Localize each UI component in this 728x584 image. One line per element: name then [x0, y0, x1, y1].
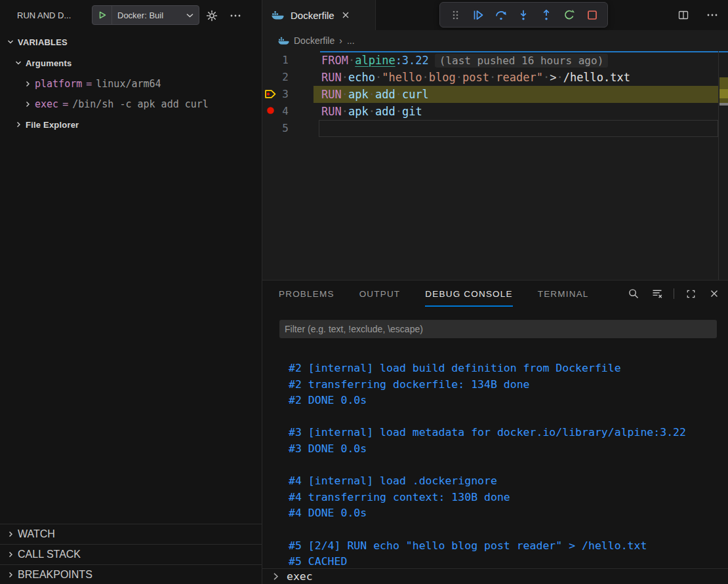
chevron-right-icon: [272, 572, 280, 581]
tab-output[interactable]: OUTPUT: [359, 281, 401, 307]
section-label: BREAKPOINTS: [18, 569, 92, 581]
section-call-stack[interactable]: CALL STACK: [0, 544, 262, 564]
vscode-window: RUN AND D... Docker: Buil: [0, 0, 728, 584]
code-token: ·: [456, 71, 462, 84]
chevron-down-icon: [185, 12, 199, 18]
clear-console-icon: [651, 288, 663, 300]
split-editor-button[interactable]: [676, 7, 691, 23]
console-filter-input[interactable]: [279, 320, 717, 338]
section-variables[interactable]: VARIABLES: [0, 33, 262, 51]
docker-whale-icon: [272, 10, 284, 20]
docker-whale-icon: [278, 37, 289, 45]
code-line: RUN·apk·add·git: [321, 103, 422, 120]
console-line: #4 DONE 0.0s: [289, 505, 721, 522]
variable-exec[interactable]: exec = /bin/sh -c apk add curl: [0, 95, 262, 113]
console-line: #5 [2/4] RUN echo "hello blog post reade…: [289, 538, 721, 555]
console-line: [289, 457, 721, 474]
debug-repl-input[interactable]: exec: [262, 568, 728, 584]
console-line: #3 [internal] load metadata for docker.i…: [289, 425, 721, 441]
close-icon: [709, 288, 719, 299]
stop-button[interactable]: [584, 7, 601, 24]
code-token: apk: [348, 105, 369, 118]
code-token: git: [402, 105, 422, 118]
code-token: ·: [395, 88, 402, 101]
code-row-2: 2 RUN·echo·"hello·blog·post·reader"·>·/h…: [262, 69, 728, 86]
step-over-button[interactable]: [493, 7, 510, 24]
code-editor[interactable]: 1 FROM·alpine:3.22(last pushed 16 hours …: [262, 51, 728, 280]
tab-close-button[interactable]: [341, 10, 350, 20]
console-line: #4 [internal] load .dockerignore: [289, 473, 721, 490]
console-line: [289, 522, 721, 538]
debug-toolbar: [439, 2, 608, 28]
code-token: >: [550, 71, 556, 84]
continue-button[interactable]: [470, 7, 487, 24]
maximize-panel-button[interactable]: [683, 286, 698, 301]
stop-icon: [586, 9, 599, 22]
step-into-button[interactable]: [515, 7, 532, 24]
variable-platform[interactable]: platform = linux/arm64: [0, 75, 262, 93]
line-number[interactable]: 4: [266, 103, 289, 120]
gear-icon: [206, 10, 218, 22]
variable-value: /bin/sh -c apk add curl: [72, 98, 209, 110]
code-token: ·: [369, 105, 375, 118]
console-line: #3 DONE 0.0s: [289, 441, 721, 457]
breadcrumb-item-file[interactable]: Dockerfile: [294, 35, 334, 46]
code-token: ·: [342, 71, 348, 84]
clear-console-button[interactable]: [650, 286, 664, 301]
maximize-panel-icon: [685, 288, 697, 300]
code-row-5: 5: [262, 120, 728, 137]
line-number[interactable]: 3: [266, 86, 289, 103]
panel-tab-bar: PROBLEMS OUTPUT DEBUG CONSOLE TERMINAL: [279, 281, 589, 307]
line-number[interactable]: 2: [266, 69, 289, 86]
start-debugging-button[interactable]: [92, 6, 112, 24]
breadcrumb-separator: ›: [339, 35, 342, 46]
restart-button[interactable]: [561, 7, 578, 24]
debug-config-dropdown[interactable]: Docker: Buil: [92, 5, 199, 25]
run-and-debug-header: RUN AND D... Docker: Buil: [0, 0, 262, 30]
line-number[interactable]: 1: [266, 52, 289, 69]
code-row-4: 4 RUN·apk·add·git: [262, 103, 728, 120]
debug-config-label: Docker: Buil: [112, 10, 185, 20]
step-out-button[interactable]: [538, 7, 555, 24]
code-token: ·: [369, 88, 375, 101]
views-more-actions-button[interactable]: [228, 9, 243, 23]
bottom-panel: PROBLEMS OUTPUT DEBUG CONSOLE TERMINAL: [262, 280, 728, 584]
variable-equals: =: [86, 78, 92, 90]
editor-more-actions-button[interactable]: [704, 7, 720, 23]
ruler-mark: [719, 103, 728, 106]
split-editor-icon: [677, 9, 689, 21]
code-line: RUN·apk·add·curl: [321, 86, 429, 103]
ruler-mark: [719, 77, 728, 89]
filter-search-button[interactable]: [626, 286, 641, 301]
restart-icon: [563, 9, 576, 22]
overview-ruler[interactable]: [718, 51, 728, 280]
code-token: ·: [348, 54, 355, 67]
variable-name: platform: [35, 78, 82, 90]
console-line: #2 DONE 0.0s: [289, 393, 721, 409]
tab-terminal[interactable]: TERMINAL: [538, 281, 589, 307]
toolbar-drag-handle[interactable]: [447, 7, 464, 24]
line-number[interactable]: 5: [266, 120, 289, 137]
chevron-right-icon: [22, 80, 33, 88]
group-arguments[interactable]: Arguments: [0, 54, 262, 72]
section-watch[interactable]: WATCH: [0, 524, 262, 544]
debug-settings-button[interactable]: [205, 9, 219, 23]
chevron-down-icon: [13, 59, 24, 67]
breadcrumb-item-more[interactable]: ...: [347, 35, 355, 46]
tab-debug-console[interactable]: DEBUG CONSOLE: [425, 281, 512, 307]
breadcrumb[interactable]: Dockerfile › ...: [262, 30, 728, 51]
section-label: VARIABLES: [18, 37, 68, 47]
section-breakpoints[interactable]: BREAKPOINTS: [0, 564, 262, 584]
step-into-icon: [517, 9, 530, 22]
debug-console-output[interactable]: #2 [internal] load build definition from…: [289, 360, 721, 570]
panel-actions: [626, 281, 721, 307]
code-token: reader": [496, 71, 543, 84]
section-label: CALL STACK: [18, 549, 81, 560]
tab-dockerfile[interactable]: Dockerfile: [262, 0, 376, 30]
play-icon: [98, 10, 107, 20]
code-token: ·: [543, 71, 550, 84]
close-panel-button[interactable]: [707, 286, 721, 301]
tab-problems[interactable]: PROBLEMS: [279, 281, 334, 307]
variable-value: linux/arm64: [96, 78, 161, 90]
group-file-explorer[interactable]: File Explorer: [0, 115, 262, 134]
